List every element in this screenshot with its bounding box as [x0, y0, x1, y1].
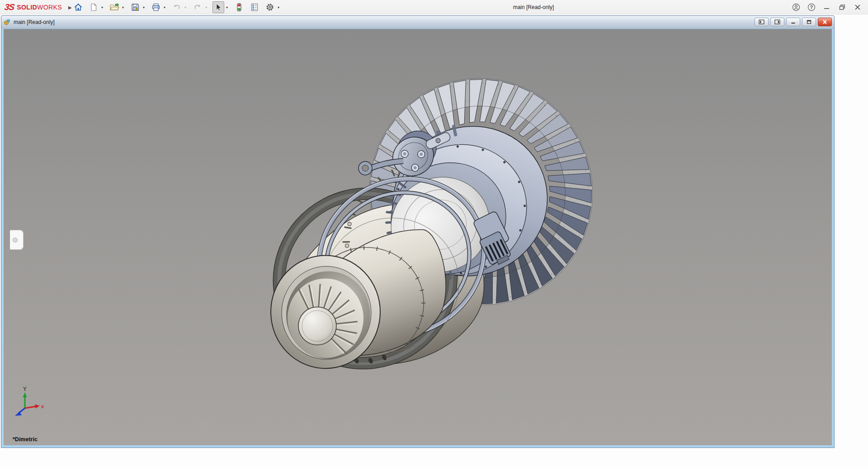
traffic-light-icon: [235, 3, 244, 12]
3d-viewport[interactable]: Y x *Dimetric: [4, 29, 832, 445]
document-window: main [Read-only]: [1, 15, 835, 448]
wordmark-works: WORKS: [37, 4, 62, 11]
file-properties-button[interactable]: [249, 1, 260, 13]
chevron-down-icon: ▾: [278, 5, 279, 10]
solidworks-wordmark: SOLIDWORKS: [17, 4, 62, 11]
chevron-down-icon: ▾: [205, 5, 207, 10]
open-dropdown[interactable]: ▾: [120, 1, 126, 13]
print-dropdown[interactable]: ▾: [162, 1, 167, 13]
new-document-dropdown[interactable]: ▾: [99, 1, 105, 13]
new-document-button[interactable]: [88, 1, 99, 13]
app-minimize-button[interactable]: [819, 0, 835, 14]
document-titlebar[interactable]: main [Read-only]: [1, 16, 834, 29]
home-icon: [74, 3, 83, 12]
triad-x-label: x: [41, 404, 44, 409]
undo-icon: [172, 3, 181, 12]
redo-icon: [193, 3, 202, 12]
select-dropdown[interactable]: ▾: [224, 1, 230, 13]
select-button[interactable]: [212, 1, 224, 13]
help-icon: ?: [807, 3, 816, 11]
assembly-icon: [4, 19, 11, 26]
gear-icon: [265, 3, 274, 12]
dassault-3s-logo-icon: 3S: [4, 2, 14, 12]
save-icon: [131, 3, 140, 12]
minimize-icon: [790, 19, 796, 24]
document-window-controls: [753, 18, 832, 26]
chevron-down-icon: ▾: [143, 5, 145, 10]
menu-expand-arrow-icon[interactable]: ▶: [68, 5, 72, 10]
redo-button[interactable]: [192, 1, 203, 13]
3d-model-jet-engine[interactable]: [4, 29, 832, 445]
redo-dropdown[interactable]: ▾: [203, 1, 209, 13]
chevron-down-icon: ▾: [122, 5, 124, 10]
close-icon: [822, 19, 828, 24]
minimize-icon: [824, 4, 830, 10]
chevron-down-icon: ▾: [101, 5, 103, 10]
app-restore-button[interactable]: [835, 0, 850, 14]
new-document-icon: [89, 3, 98, 12]
user-account-button[interactable]: [788, 0, 804, 14]
triad-y-label: Y: [23, 386, 27, 392]
home-button[interactable]: [72, 1, 84, 13]
open-folder-icon: [109, 3, 119, 12]
restore-icon: [806, 19, 812, 24]
app-window-controls: ?: [788, 0, 865, 14]
right-pane-icon: [774, 19, 780, 24]
help-button[interactable]: ?: [804, 0, 819, 14]
user-account-icon: [792, 3, 800, 11]
doc-minimize-button[interactable]: [786, 18, 800, 26]
flyout-expand-icon: [13, 238, 18, 243]
cursor-arrow-icon: [214, 3, 223, 12]
chevron-down-icon: ▾: [226, 5, 228, 10]
app-titlebar: 3S SOLIDWORKS ▶ ▾ ▾ ▾ ▾ ▾ ▾: [0, 0, 868, 14]
svg-text:?: ?: [810, 5, 813, 10]
orientation-triad: Y x: [11, 381, 47, 431]
open-button[interactable]: [108, 1, 120, 13]
featuremanager-flyout-tab[interactable]: [10, 230, 24, 250]
doc-close-button[interactable]: [818, 18, 832, 26]
app-title: main [Read-only]: [493, 0, 574, 14]
mdi-background: main [Read-only]: [0, 15, 868, 467]
restore-icon: [839, 4, 845, 10]
print-icon: [151, 3, 160, 12]
show-right-pane-button[interactable]: [770, 18, 784, 26]
left-pane-icon: [759, 19, 764, 24]
document-body: Y x *Dimetric: [1, 29, 834, 448]
close-icon: [854, 4, 861, 10]
app-close-button[interactable]: [850, 0, 865, 14]
undo-button[interactable]: [171, 1, 183, 13]
document-title: main [Read-only]: [14, 19, 55, 25]
file-properties-icon: [250, 3, 259, 12]
undo-dropdown[interactable]: ▾: [183, 1, 188, 13]
doc-restore-button[interactable]: [802, 18, 816, 26]
exhaust-nozzle[interactable]: [271, 255, 380, 368]
chevron-down-icon: ▾: [184, 5, 186, 10]
wordmark-solid: SOLID: [17, 4, 37, 11]
save-button[interactable]: [129, 1, 141, 13]
options-button[interactable]: [264, 1, 276, 13]
print-button[interactable]: [150, 1, 162, 13]
solidworks-logo: 3S SOLIDWORKS ▶: [5, 0, 72, 14]
quick-access-toolbar: ▾ ▾ ▾ ▾ ▾ ▾ ▾ ▾: [72, 0, 281, 14]
show-left-pane-button[interactable]: [755, 18, 769, 26]
chevron-down-icon: ▾: [164, 5, 165, 10]
view-orientation-label: *Dimetric: [13, 436, 38, 443]
save-dropdown[interactable]: ▾: [141, 1, 146, 13]
options-dropdown[interactable]: ▾: [276, 1, 281, 13]
rebuild-button[interactable]: [233, 1, 245, 13]
